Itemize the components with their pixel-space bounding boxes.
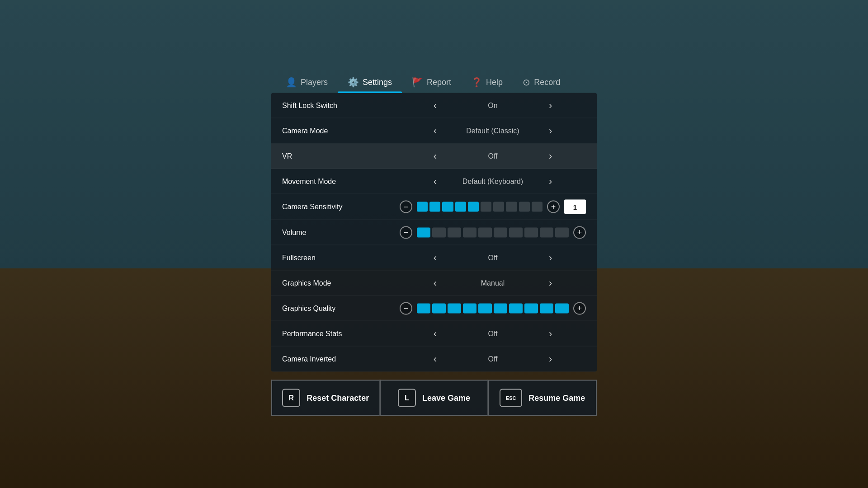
setting-control: ‹ Default (Classic) › [400,124,586,137]
slider-segment [494,227,507,237]
prev-arrow[interactable]: ‹ [430,174,440,188]
next-arrow[interactable]: › [545,276,556,290]
setting-label: VR [282,152,400,160]
slider-segment [524,303,538,313]
setting-fullscreen: Fullscreen ‹ Off › [271,245,597,271]
next-arrow[interactable]: › [545,352,556,366]
slider-segment [509,303,523,313]
tab-report[interactable]: 🚩 Report [402,72,461,93]
setting-camera-sensitivity: Camera Sensitivity − + [271,194,597,220]
slider-segment [494,303,507,313]
setting-vr: VR ‹ Off › [271,144,597,169]
slider-track [417,202,542,212]
setting-value: Off [448,355,538,363]
slider-segment [455,202,466,212]
slider-track [417,227,569,237]
reset-character-button[interactable]: R Reset Character [271,380,380,416]
slider-segment [463,227,476,237]
setting-label: Camera Mode [282,127,400,135]
tab-players[interactable]: 👤 Players [276,72,338,93]
tab-bar: 👤 Players ⚙️ Settings 🚩 Report ❓ Help ⊙ … [271,72,597,93]
slider-control: − + [400,226,586,239]
slider-segment [468,202,479,212]
setting-control: ‹ Manual › [400,276,586,290]
prev-arrow[interactable]: ‹ [430,99,440,112]
slider-segment [463,303,476,313]
slider-segment [417,303,430,313]
slider-segment [524,227,538,237]
leave-game-button[interactable]: L Leave Game [380,380,488,416]
slider-minus-btn[interactable]: − [400,302,412,314]
resume-game-label: Resume Game [528,393,585,403]
slider-input[interactable] [564,200,586,214]
prev-arrow[interactable]: ‹ [430,251,440,264]
setting-control: ‹ Default (Keyboard) › [400,174,586,188]
record-icon: ⊙ [523,77,530,88]
prev-arrow[interactable]: ‹ [430,327,440,340]
tab-help[interactable]: ❓ Help [461,72,513,93]
setting-value: Default (Classic) [448,127,538,135]
setting-control: ‹ On › [400,99,586,112]
tab-players-label: Players [301,77,328,87]
tab-record[interactable]: ⊙ Record [513,72,570,93]
menu-panel: 👤 Players ⚙️ Settings 🚩 Report ❓ Help ⊙ … [271,72,597,416]
setting-performance-stats: Performance Stats ‹ Off › [271,321,597,347]
setting-camera-inverted: Camera Inverted ‹ Off › [271,347,597,372]
next-arrow[interactable]: › [545,149,556,163]
prev-arrow[interactable]: ‹ [430,149,440,163]
setting-graphics-mode: Graphics Mode ‹ Manual › [271,271,597,296]
slider-control: − + [400,200,586,214]
setting-value: Manual [448,279,538,287]
slider-segment [481,202,491,212]
slider-plus-btn[interactable]: + [573,302,586,314]
setting-label: Camera Inverted [282,355,400,363]
prev-arrow[interactable]: ‹ [430,352,440,366]
next-arrow[interactable]: › [545,327,556,340]
settings-icon: ⚙️ [348,77,359,88]
settings-content: Shift Lock Switch ‹ On › Camera Mode ‹ D… [271,93,597,372]
tab-settings[interactable]: ⚙️ Settings [338,72,402,93]
reset-character-label: Reset Character [307,393,369,403]
slider-segment [493,202,504,212]
setting-graphics-quality: Graphics Quality − + [271,296,597,321]
setting-movement-mode: Movement Mode ‹ Default (Keyboard) › [271,169,597,194]
slider-segment [532,202,542,212]
setting-label: Camera Sensitivity [282,203,400,211]
setting-control: ‹ Off › [400,149,586,163]
help-icon: ❓ [471,77,482,88]
slider-segment [478,227,492,237]
setting-value: Off [448,253,538,262]
next-arrow[interactable]: › [545,174,556,188]
leave-game-label: Leave Game [422,393,470,403]
setting-camera-mode: Camera Mode ‹ Default (Classic) › [271,118,597,144]
setting-value: Default (Keyboard) [448,177,538,185]
setting-shift-lock-switch: Shift Lock Switch ‹ On › [271,93,597,118]
slider-plus-btn[interactable]: + [573,226,586,239]
setting-volume: Volume − + [271,220,597,245]
setting-label: Graphics Mode [282,279,400,287]
next-arrow[interactable]: › [545,99,556,112]
slider-minus-btn[interactable]: − [400,226,412,239]
slider-segment [432,227,446,237]
bottom-buttons: R Reset Character L Leave Game ESC Resum… [271,380,597,416]
slider-minus-btn[interactable]: − [400,201,412,213]
prev-arrow[interactable]: ‹ [430,124,440,137]
slider-segment [442,202,453,212]
next-arrow[interactable]: › [545,251,556,264]
slider-control: − + [400,302,586,314]
slider-segment [417,227,430,237]
leave-key-badge: L [398,389,416,407]
resume-game-button[interactable]: ESC Resume Game [488,380,597,416]
slider-segment [519,202,530,212]
tab-settings-label: Settings [363,77,392,87]
prev-arrow[interactable]: ‹ [430,276,440,290]
setting-value: Off [448,329,538,338]
slider-segment [448,227,461,237]
slider-segment [478,303,492,313]
slider-plus-btn[interactable]: + [547,201,560,213]
slider-segment [540,303,553,313]
setting-control: ‹ Off › [400,327,586,340]
next-arrow[interactable]: › [545,124,556,137]
slider-segment [448,303,461,313]
players-icon: 👤 [286,77,297,88]
